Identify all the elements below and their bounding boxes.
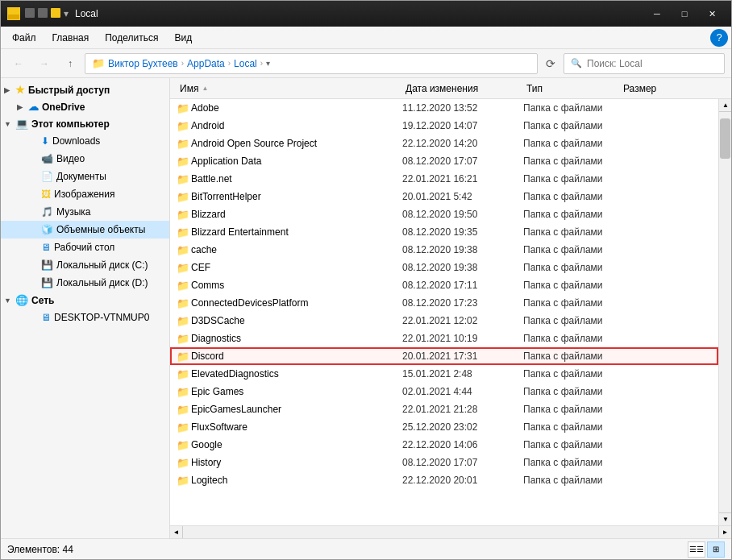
file-type: Папка с файлами <box>523 475 620 486</box>
view-details-btn[interactable]: ☰☰ <box>688 541 705 558</box>
cloud-icon: ☁ <box>28 101 39 113</box>
breadcrumb-appdata[interactable]: AppData <box>187 58 225 69</box>
col-header-type[interactable]: Тип <box>523 78 620 98</box>
file-date: 20.01.2021 5:42 <box>402 191 523 202</box>
close-button[interactable]: ✕ <box>699 6 725 22</box>
table-row[interactable]: 📁BitTorrentHelper20.01.2021 5:42Папка с … <box>170 188 718 205</box>
menu-item-файл[interactable]: Файл <box>4 29 44 47</box>
sidebar-downloads[interactable]: ⬇ Downloads <box>1 132 169 150</box>
title-bar: ▾ Local ─ □ ✕ <box>1 1 731 27</box>
scroll-thumb[interactable] <box>720 118 730 159</box>
menu-item-главная[interactable]: Главная <box>44 29 98 47</box>
view-large-btn[interactable]: ⊞ <box>707 541 725 558</box>
file-type: Папка с файлами <box>523 226 620 238</box>
up-button[interactable]: ↑ <box>59 54 81 73</box>
folder-icon: 📁 <box>177 386 191 398</box>
table-row[interactable]: 📁ConnectedDevicesPlatform08.12.2020 17:2… <box>170 294 718 312</box>
table-row[interactable]: 📁FluxSoftware25.12.2020 23:02Папка с фай… <box>170 418 718 436</box>
menu-item-поделиться[interactable]: Поделиться <box>97 29 166 47</box>
table-row[interactable]: 📁Diagnostics22.01.2021 10:19Папка с файл… <box>170 330 718 347</box>
documents-label: Документы <box>56 171 106 182</box>
folder-icon: 📁 <box>177 102 191 114</box>
vertical-scrollbar[interactable]: ▲ ▼ <box>718 99 731 525</box>
folder-icon: 📁 <box>177 209 191 221</box>
sidebar-disk-c[interactable]: 💾 Локальный диск (C:) <box>1 256 169 274</box>
table-row[interactable]: 📁EpicGamesLauncher22.01.2021 21:28Папка … <box>170 400 718 418</box>
file-date: 08.12.2020 19:38 <box>402 244 523 255</box>
pc-icon: 💻 <box>15 118 28 130</box>
file-type: Папка с файлами <box>523 333 620 344</box>
search-icon: 🔍 <box>571 58 582 68</box>
table-row[interactable]: 📁Discord20.01.2021 17:31Папка с файлами <box>170 347 718 365</box>
breadcrumb-dropdown[interactable]: ▾ <box>266 59 270 68</box>
file-list: 📁Adobe11.12.2020 13:52Папка с файлами📁An… <box>170 99 718 525</box>
sidebar-network[interactable]: ▼ 🌐 Сеть <box>1 292 169 309</box>
file-type: Папка с файлами <box>523 262 620 273</box>
sidebar-thispc[interactable]: ▼ 💻 Этот компьютер <box>1 115 169 132</box>
file-type: Папка с файлами <box>523 138 620 149</box>
table-row[interactable]: 📁D3DSCache22.01.2021 12:02Папка с файлам… <box>170 312 718 330</box>
sidebar-desktop[interactable]: 🖥 Рабочий стол <box>1 239 169 256</box>
video-icon: 📹 <box>41 153 53 164</box>
table-row[interactable]: 📁Adobe11.12.2020 13:52Папка с файлами <box>170 99 718 117</box>
sidebar-3d-objects[interactable]: 🧊 Объемные объекты <box>1 221 169 239</box>
sidebar-onedrive[interactable]: ▶ ☁ OneDrive <box>1 98 169 115</box>
scroll-right-btn[interactable]: ► <box>718 526 731 539</box>
file-date: 08.12.2020 17:23 <box>402 297 523 309</box>
horizontal-scrollbar[interactable]: ◄ ► <box>170 525 731 538</box>
table-row[interactable]: 📁CEF08.12.2020 19:38Папка с файлами <box>170 259 718 276</box>
maximize-button[interactable]: □ <box>672 6 697 22</box>
music-icon: 🎵 <box>41 206 53 218</box>
diskd-icon: 💾 <box>41 277 53 288</box>
breadcrumb-local[interactable]: Local <box>234 58 257 69</box>
menu-item-вид[interactable]: Вид <box>166 29 200 47</box>
folder-icon: 📁 <box>177 475 191 487</box>
help-button[interactable]: ? <box>710 29 728 47</box>
file-name: Blizzard Entertainment <box>191 226 402 238</box>
table-row[interactable]: 📁Blizzard08.12.2020 19:50Папка с файлами <box>170 205 718 223</box>
sidebar-quick-access[interactable]: ▶ ★ Быстрый доступ <box>1 81 169 98</box>
refresh-button[interactable]: ⟳ <box>541 54 560 73</box>
scroll-up-btn[interactable]: ▲ <box>719 99 731 112</box>
sidebar-video[interactable]: 📹 Видео <box>1 150 169 168</box>
pc2-icon: 🖥 <box>41 312 51 323</box>
file-name: D3DSCache <box>191 315 402 326</box>
table-row[interactable]: 📁Android19.12.2020 14:07Папка с файлами <box>170 117 718 135</box>
sort-arrow: ▲ <box>202 85 208 92</box>
table-row[interactable]: 📁Application Data08.12.2020 17:07Папка с… <box>170 152 718 170</box>
sidebar-desktop-pc[interactable]: 🖥 DESKTOP-VTNMUP0 <box>1 309 169 326</box>
file-date: 19.12.2020 14:07 <box>402 120 523 131</box>
sidebar-music[interactable]: 🎵 Музыка <box>1 203 169 221</box>
table-row[interactable]: 📁Blizzard Entertainment08.12.2020 19:35П… <box>170 223 718 241</box>
music-label: Музыка <box>56 206 90 218</box>
table-row[interactable]: 📁Logitech22.12.2020 20:01Папка с файлами <box>170 471 718 489</box>
back-button[interactable]: ← <box>7 54 30 73</box>
table-row[interactable]: 📁Google22.12.2020 14:06Папка с файлами <box>170 436 718 454</box>
scroll-left-btn[interactable]: ◄ <box>170 526 183 539</box>
col-header-name[interactable]: Имя ▲ <box>177 78 402 98</box>
window-title: Local <box>75 8 644 19</box>
img-icon: 🖼 <box>41 189 51 200</box>
sidebar-disk-d[interactable]: 💾 Локальный диск (D:) <box>1 274 169 292</box>
table-row[interactable]: 📁cache08.12.2020 19:38Папка с файлами <box>170 241 718 259</box>
table-row[interactable]: 📁Epic Games02.01.2021 4:44Папка с файлам… <box>170 383 718 400</box>
search-input[interactable] <box>587 58 717 69</box>
sidebar-images[interactable]: 🖼 Изображения <box>1 185 169 203</box>
thispc-label: Этот компьютер <box>31 118 110 130</box>
minimize-button[interactable]: ─ <box>644 6 670 22</box>
breadcrumb-user[interactable]: Виктор Бухтеев <box>108 58 178 69</box>
sidebar-documents[interactable]: 📄 Документы <box>1 168 169 185</box>
col-header-size[interactable]: Размер <box>620 78 684 98</box>
scroll-down-btn[interactable]: ▼ <box>719 512 731 525</box>
table-row[interactable]: 📁Comms08.12.2020 17:11Папка с файлами <box>170 276 718 294</box>
table-row[interactable]: 📁Battle.net22.01.2021 16:21Папка с файла… <box>170 170 718 188</box>
forward-button[interactable]: → <box>33 54 56 73</box>
table-row[interactable]: 📁History08.12.2020 17:07Папка с файлами <box>170 454 718 471</box>
table-row[interactable]: 📁ElevatedDiagnostics15.01.2021 2:48Папка… <box>170 365 718 383</box>
network-icon: 🌐 <box>15 294 28 306</box>
scroll-track[interactable] <box>719 112 731 512</box>
folder-icon: 📁 <box>177 173 191 185</box>
col-header-date[interactable]: Дата изменения <box>402 78 523 98</box>
table-row[interactable]: 📁Android Open Source Project22.12.2020 1… <box>170 135 718 152</box>
3d-icon: 🧊 <box>41 224 53 235</box>
